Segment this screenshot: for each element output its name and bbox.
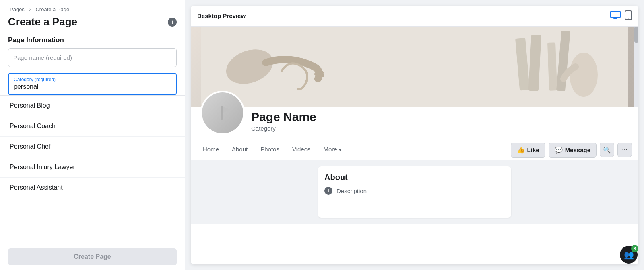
messenger-icon: 💬 bbox=[555, 146, 563, 154]
breadcrumb: Pages › Create a Page bbox=[0, 0, 185, 14]
tab-home[interactable]: Home bbox=[197, 140, 225, 160]
page-name-input[interactable] bbox=[8, 48, 177, 67]
page-title: Create a Page i bbox=[0, 14, 185, 31]
preview-header: Desktop Preview bbox=[191, 6, 638, 27]
category-input[interactable] bbox=[14, 83, 171, 90]
create-page-button[interactable]: Create Page bbox=[8, 248, 177, 265]
dropdown-item-personal-blog[interactable]: Personal Blog bbox=[0, 96, 185, 116]
svg-point-9 bbox=[570, 53, 598, 97]
chevron-down-icon bbox=[339, 146, 341, 153]
scrollbar-track bbox=[634, 27, 638, 107]
create-button-wrapper: Create Page bbox=[0, 243, 185, 270]
cover-photo bbox=[191, 27, 638, 107]
tab-videos[interactable]: Videos bbox=[287, 140, 316, 160]
category-field-wrapper: Category (required) bbox=[8, 73, 177, 95]
breadcrumb-current: Create a Page bbox=[35, 6, 69, 12]
preview-container: Desktop Preview bbox=[191, 6, 638, 264]
search-button[interactable]: 🔍 bbox=[600, 143, 614, 157]
search-icon: 🔍 bbox=[603, 146, 611, 154]
svg-point-2 bbox=[628, 18, 629, 19]
profile-section: Page Name Category bbox=[191, 107, 638, 140]
dropdown-item-personal-assistant[interactable]: Personal Assistant bbox=[0, 178, 185, 198]
about-description-row: i Description bbox=[324, 187, 505, 195]
chat-badge: 8 bbox=[631, 245, 638, 252]
svg-rect-0 bbox=[611, 11, 620, 18]
scrollbar-thumb[interactable] bbox=[634, 27, 638, 43]
category-dropdown: Personal Blog Personal Coach Personal Ch… bbox=[0, 95, 185, 243]
tab-more[interactable]: More bbox=[318, 140, 347, 160]
section-label: Page Information bbox=[0, 31, 185, 48]
breadcrumb-parent: Pages bbox=[10, 6, 25, 12]
about-info-icon: i bbox=[324, 187, 332, 195]
message-button[interactable]: 💬 Message bbox=[549, 143, 597, 158]
chat-bubble[interactable]: 👥 8 bbox=[620, 246, 638, 264]
dropdown-item-personal-chef[interactable]: Personal Chef bbox=[0, 137, 185, 157]
content-area: About i Description bbox=[191, 160, 638, 224]
dropdown-item-personal-coach[interactable]: Personal Coach bbox=[0, 116, 185, 137]
profile-category: Category bbox=[251, 125, 316, 132]
tab-about[interactable]: About bbox=[226, 140, 253, 160]
nav-tabs: Home About Photos Videos More bbox=[197, 140, 347, 160]
more-options-button[interactable]: ··· bbox=[617, 143, 632, 157]
profile-row: Page Name Category bbox=[200, 107, 629, 140]
category-label: Category (required) bbox=[14, 77, 171, 82]
thumbs-up-icon: 👍 bbox=[517, 146, 525, 154]
nav-bar: Home About Photos Videos More 👍 Like bbox=[191, 140, 638, 160]
right-panel: Desktop Preview bbox=[185, 0, 644, 270]
info-icon[interactable]: i bbox=[168, 18, 177, 27]
mobile-preview-icon[interactable] bbox=[625, 10, 632, 21]
description-label: Description bbox=[336, 188, 367, 194]
svg-rect-10 bbox=[221, 106, 223, 120]
preview-title: Desktop Preview bbox=[197, 12, 246, 19]
ellipsis-icon: ··· bbox=[622, 146, 627, 153]
about-card: About i Description bbox=[318, 166, 511, 218]
preview-icons bbox=[610, 10, 632, 21]
left-panel: Pages › Create a Page Create a Page i Pa… bbox=[0, 0, 185, 270]
avatar bbox=[200, 91, 245, 135]
dropdown-item-personal-injury-lawyer[interactable]: Personal Injury Lawyer bbox=[0, 157, 185, 178]
tab-photos[interactable]: Photos bbox=[255, 140, 285, 160]
breadcrumb-separator: › bbox=[29, 6, 31, 12]
nav-actions: 👍 Like 💬 Message 🔍 ··· bbox=[511, 143, 632, 158]
svg-rect-7 bbox=[547, 42, 557, 91]
profile-info: Page Name Category bbox=[251, 110, 316, 135]
profile-name: Page Name bbox=[251, 110, 316, 124]
preview-body: Page Name Category Home About Photos Vid… bbox=[191, 27, 638, 264]
like-button[interactable]: 👍 Like bbox=[511, 143, 545, 158]
about-title: About bbox=[324, 173, 505, 182]
desktop-preview-icon[interactable] bbox=[610, 11, 621, 21]
